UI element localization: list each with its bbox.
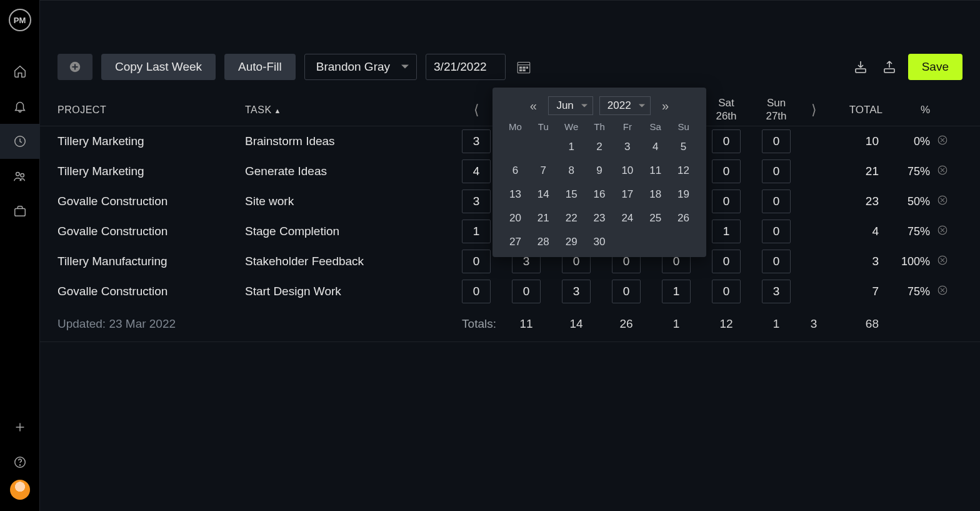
calendar-day[interactable]: 14	[529, 186, 558, 203]
nav-timesheet[interactable]	[0, 124, 40, 159]
delete-row-button[interactable]	[930, 164, 955, 179]
calendar-day[interactable]: 9	[586, 162, 614, 180]
hours-input[interactable]	[462, 190, 491, 213]
table-row: Govalle ConstructionStart Design Work775…	[40, 276, 980, 306]
calendar-day[interactable]: 27	[501, 233, 529, 251]
calendar-day[interactable]: 8	[558, 162, 586, 180]
import-button[interactable]	[851, 57, 871, 77]
calendar-day[interactable]: 25	[641, 210, 669, 227]
auto-fill-button[interactable]: Auto-Fill	[224, 54, 296, 80]
nav-add[interactable]	[0, 410, 40, 445]
user-avatar[interactable]	[10, 480, 30, 500]
date-input[interactable]	[426, 54, 506, 80]
hours-input[interactable]	[462, 250, 491, 273]
calendar-day[interactable]: 30	[586, 233, 614, 251]
nav-projects[interactable]	[0, 194, 40, 229]
hours-input[interactable]	[712, 129, 741, 153]
calendar-day[interactable]: 24	[613, 210, 641, 227]
calendar-trigger[interactable]	[514, 58, 533, 76]
week-next-button[interactable]: ⟩	[805, 101, 822, 119]
delete-row-button[interactable]	[930, 134, 955, 149]
calendar-day[interactable]: 5	[669, 138, 698, 156]
calendar-day[interactable]: 6	[501, 162, 529, 180]
totals-d6: 1	[751, 317, 801, 331]
nav-team[interactable]	[0, 159, 40, 194]
calendar-day[interactable]: 23	[586, 210, 614, 227]
calendar-day[interactable]: 15	[558, 186, 586, 203]
calendar-day[interactable]: 29	[558, 233, 586, 251]
cell-project: Govalle Construction	[58, 285, 245, 298]
calendar-dow: We	[558, 121, 586, 132]
calendar-day[interactable]: 16	[586, 186, 614, 203]
day-header-sat: Sat26th	[701, 97, 751, 123]
calendar-month-select[interactable]: Jun	[548, 96, 592, 115]
col-project-header[interactable]: PROJECT	[58, 104, 245, 116]
cell-project: Tillery Manufacturing	[58, 255, 245, 268]
hours-input[interactable]	[762, 280, 791, 303]
delete-row-button[interactable]	[930, 285, 955, 299]
calendar-day[interactable]: 4	[641, 138, 669, 156]
hours-input[interactable]	[662, 280, 691, 303]
hours-input[interactable]	[462, 220, 491, 243]
hours-input[interactable]	[462, 159, 491, 183]
calendar-day[interactable]: 3	[613, 138, 641, 156]
hours-input[interactable]	[762, 129, 791, 153]
hours-input[interactable]	[712, 159, 741, 183]
calendar-day[interactable]: 22	[558, 210, 586, 227]
calendar-day[interactable]: 7	[529, 162, 558, 180]
copy-last-week-button[interactable]: Copy Last Week	[101, 54, 216, 80]
cell-total: 10	[826, 134, 882, 148]
calendar-next-button[interactable]: »	[657, 99, 674, 113]
nav-help[interactable]	[0, 445, 40, 480]
calendar-day[interactable]: 18	[641, 186, 669, 203]
week-prev-button[interactable]: ⟨	[468, 101, 485, 119]
delete-row-button[interactable]	[930, 195, 955, 209]
cell-pct: 100%	[882, 255, 930, 268]
hours-input[interactable]	[762, 220, 791, 243]
hours-input[interactable]	[712, 280, 741, 303]
hours-input[interactable]	[512, 280, 541, 303]
calendar-dow: Fr	[613, 121, 641, 132]
svg-rect-8	[520, 67, 522, 68]
calendar-day[interactable]: 28	[529, 233, 558, 251]
hours-input[interactable]	[712, 250, 741, 273]
nav-home[interactable]	[0, 54, 40, 89]
hours-input[interactable]	[562, 280, 591, 303]
export-button[interactable]	[879, 57, 899, 77]
calendar-day[interactable]: 21	[529, 210, 558, 227]
svg-point-2	[20, 173, 23, 177]
hours-input[interactable]	[712, 220, 741, 243]
calendar-day[interactable]: 17	[613, 186, 641, 203]
nav-notifications[interactable]	[0, 89, 40, 124]
hours-input[interactable]	[462, 129, 491, 153]
user-select[interactable]: Brandon Gray	[304, 54, 417, 80]
chevron-down-icon	[639, 104, 645, 108]
calendar-day[interactable]: 10	[613, 162, 641, 180]
delete-row-button[interactable]	[930, 225, 955, 239]
add-row-button[interactable]	[58, 54, 92, 80]
cell-pct: 75%	[882, 225, 930, 238]
calendar-day[interactable]: 26	[669, 210, 698, 227]
calendar-day[interactable]: 12	[669, 162, 698, 180]
hours-input[interactable]	[462, 280, 491, 303]
hours-input[interactable]	[712, 190, 741, 213]
cell-task: Stage Completion	[245, 225, 451, 238]
save-button[interactable]: Save	[908, 54, 962, 80]
totals-d2: 14	[551, 317, 601, 331]
calendar-prev-button[interactable]: «	[524, 99, 542, 113]
hours-input[interactable]	[612, 280, 641, 303]
calendar-day[interactable]: 13	[501, 186, 529, 203]
hours-input[interactable]	[762, 250, 791, 273]
totals-d5: 12	[701, 317, 751, 331]
hours-input[interactable]	[762, 159, 791, 183]
calendar-day[interactable]: 11	[641, 162, 669, 180]
totals-d3: 26	[601, 317, 651, 331]
hours-input[interactable]	[762, 190, 791, 213]
calendar-day[interactable]: 2	[586, 138, 614, 156]
calendar-year-select[interactable]: 2022	[599, 96, 651, 115]
calendar-day[interactable]: 20	[501, 210, 529, 227]
delete-row-button[interactable]	[930, 255, 955, 269]
calendar-day[interactable]: 1	[558, 138, 586, 156]
col-task-header[interactable]: TASK▲	[245, 104, 451, 116]
calendar-day[interactable]: 19	[669, 186, 698, 203]
